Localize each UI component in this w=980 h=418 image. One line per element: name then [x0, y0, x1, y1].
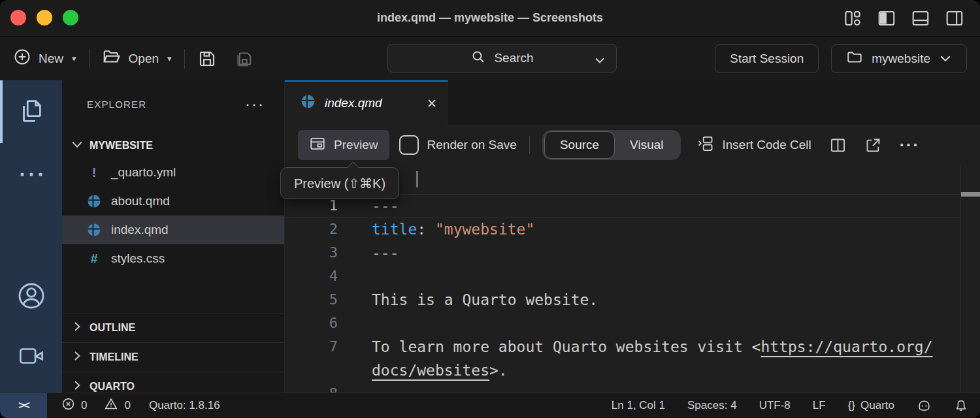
- encoding-setting[interactable]: UTF-8: [759, 399, 791, 412]
- preview-button[interactable]: Preview: [298, 130, 389, 160]
- explorer-files-icon[interactable]: [16, 96, 46, 129]
- insert-code-cell-button[interactable]: Insert Code Cell: [697, 134, 811, 157]
- code-line[interactable]: 8: [285, 382, 980, 393]
- section-label: OUTLINE: [90, 322, 135, 334]
- braces-icon: {}: [848, 399, 855, 412]
- section-label: QUARTO: [90, 381, 135, 393]
- cursor-position[interactable]: Ln 1, Col 1: [612, 399, 665, 412]
- render-on-save-checkbox[interactable]: [399, 135, 419, 155]
- code-line[interactable]: docs/websites>.: [285, 359, 980, 382]
- notifications-bell-icon[interactable]: [954, 398, 968, 413]
- workspace-switcher-button[interactable]: mywebsite: [831, 44, 967, 73]
- code-line[interactable]: 4: [285, 265, 980, 288]
- line-number: 7: [285, 335, 338, 359]
- file-row-about.qmd[interactable]: about.qmd: [62, 187, 284, 216]
- open-in-new-window-icon[interactable]: [864, 137, 882, 154]
- chevron-down-icon: [71, 139, 84, 152]
- tab-index-qmd[interactable]: index.qmd ✕: [285, 80, 448, 125]
- render-on-save-label: Render on Save: [427, 138, 517, 152]
- copilot-icon[interactable]: [917, 398, 932, 413]
- visual-label: Visual: [630, 138, 663, 152]
- explorer-title: EXPLORER: [87, 99, 146, 110]
- folder-icon: [846, 48, 863, 69]
- more-actions-icon[interactable]: ···: [900, 142, 920, 148]
- open-button[interactable]: Open ▾: [102, 47, 172, 70]
- start-session-label: Start Session: [730, 52, 804, 66]
- quarto-globe-icon: [301, 94, 316, 112]
- toggle-bottom-panel-icon[interactable]: [911, 8, 930, 28]
- sidebar-sections: OUTLINETIMELINEQUARTO: [62, 313, 284, 393]
- file-name: about.qmd: [111, 194, 170, 208]
- app-window: index.qmd — mywebsite — Screenshots New …: [0, 0, 980, 418]
- code-token: This is a Quarto website.: [372, 291, 598, 308]
- chevron-down-icon[interactable]: [594, 54, 606, 68]
- split-editor-icon[interactable]: [829, 137, 847, 154]
- project-tree-root[interactable]: MYWEBSITE: [62, 133, 284, 158]
- search-input[interactable]: Search: [387, 44, 617, 72]
- window-title: index.qmd — mywebsite — Screenshots: [0, 11, 980, 25]
- code-line[interactable]: 7To learn more about Quarto websites vis…: [285, 335, 980, 359]
- save-all-icon[interactable]: [234, 48, 255, 69]
- sidebar-header: EXPLORER ···: [62, 89, 284, 118]
- code-line[interactable]: 2title: "mywebsite": [285, 217, 980, 241]
- eol-setting[interactable]: LF: [813, 399, 826, 412]
- file-row-styles.css[interactable]: #styles.css: [62, 244, 284, 273]
- editor-toolbar: Preview Render on Save Source Visual Ins…: [285, 125, 980, 165]
- code-line[interactable]: 5This is a Quarto website.: [285, 288, 980, 312]
- open-label: Open: [129, 52, 159, 66]
- quarto-version[interactable]: Quarto: 1.8.16: [149, 399, 220, 412]
- file-row-_quarto.yml[interactable]: !_quarto.yml: [62, 158, 284, 187]
- line-number: 5: [285, 288, 338, 312]
- chevron-down-icon: [939, 52, 952, 66]
- sidebar-more-actions-icon[interactable]: ···: [245, 101, 265, 107]
- sidebar-section-timeline[interactable]: TIMELINE: [62, 342, 284, 372]
- toggle-left-panel-icon[interactable]: [877, 8, 896, 28]
- tab-bar: index.qmd ✕: [285, 80, 980, 125]
- line-number: [285, 359, 338, 382]
- code-line[interactable]: 3---: [285, 241, 980, 265]
- more-views-ellipsis-icon[interactable]: [18, 169, 44, 182]
- language-mode[interactable]: {} Quarto: [848, 399, 894, 412]
- warning-count: 0: [124, 399, 130, 412]
- sidebar-section-outline[interactable]: OUTLINE: [62, 313, 284, 342]
- code-text: [338, 312, 372, 335]
- code-token: To learn more about Quarto websites visi…: [372, 338, 760, 355]
- file-row-index.qmd[interactable]: index.qmd: [62, 216, 284, 244]
- quarto-globe-icon: [87, 223, 101, 237]
- source-visual-toggle: Source Visual: [542, 130, 681, 160]
- sidebar-section-quarto[interactable]: QUARTO: [62, 372, 284, 393]
- start-session-button[interactable]: Start Session: [715, 44, 819, 73]
- code-text: [338, 382, 372, 393]
- chevron-right-icon: [72, 350, 82, 364]
- new-label: New: [39, 52, 63, 66]
- code-token: :: [417, 221, 435, 238]
- toggle-right-panel-icon[interactable]: [945, 8, 964, 28]
- code-line[interactable]: 6: [285, 312, 980, 335]
- code-token: https://quarto.org/: [760, 338, 932, 355]
- plus-circle-icon: [13, 48, 31, 69]
- active-view-indicator: [0, 80, 3, 143]
- toolbar-divider: [89, 49, 90, 69]
- line-number: 2: [285, 217, 338, 241]
- screencast-camera-icon[interactable]: [18, 344, 45, 370]
- account-icon[interactable]: [16, 280, 47, 314]
- explorer-sidebar: EXPLORER ··· MYWEBSITE !_quarto.ymlabout…: [62, 80, 284, 393]
- problems-indicator[interactable]: 0 0: [61, 397, 131, 414]
- preview-tooltip: Preview (⇧⌘K): [280, 167, 399, 199]
- new-button[interactable]: New ▾: [13, 48, 76, 69]
- remote-indicator[interactable]: ><: [0, 393, 47, 418]
- code-text: title: "mywebsite": [338, 217, 534, 241]
- visual-mode-button[interactable]: Visual: [615, 132, 678, 158]
- code-text: ---: [338, 241, 399, 265]
- customize-layout-icon[interactable]: [843, 8, 862, 28]
- language-label: Quarto: [860, 399, 894, 412]
- code-lines: 1---2title: "mywebsite"3---45This is a Q…: [285, 194, 980, 393]
- code-token: ---: [372, 244, 399, 261]
- close-tab-icon[interactable]: ✕: [427, 96, 437, 111]
- source-mode-button[interactable]: Source: [544, 131, 615, 159]
- save-icon[interactable]: [197, 49, 217, 69]
- indentation-setting[interactable]: Spaces: 4: [687, 399, 737, 412]
- breadcrumb-caret: [416, 171, 418, 187]
- code-editor[interactable]: 1---2title: "mywebsite"3---45This is a Q…: [285, 165, 980, 393]
- code-text: To learn more about Quarto websites visi…: [338, 335, 933, 359]
